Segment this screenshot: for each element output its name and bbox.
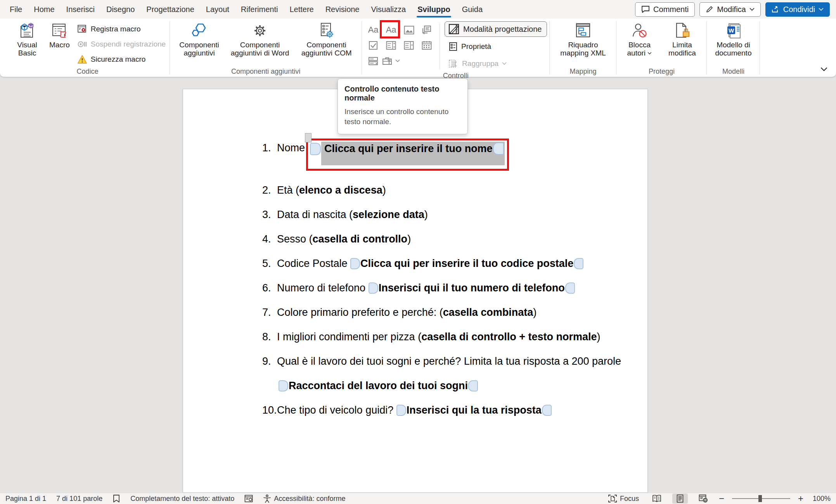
macro-button[interactable]: Macro	[47, 21, 73, 50]
content-control[interactable]: Inserisci qui la tua risposta	[396, 404, 552, 416]
dropdown-list-control-button[interactable]	[404, 41, 414, 50]
chevron-down-icon	[647, 52, 652, 55]
tooltip-body: Inserisce un controllo contenuto testo n…	[344, 107, 461, 127]
content-control-placeholder[interactable]: Inserisci qui il tuo numero di telefono	[379, 282, 565, 294]
list-item-continuation: Raccontaci del lavoro dei tuoi sogni	[279, 379, 632, 393]
comment-icon	[641, 5, 650, 13]
svg-text:W: W	[729, 27, 734, 34]
xml-mapping-label: Riquadro mapping XML	[555, 41, 611, 57]
repeating-section-control-button[interactable]	[368, 56, 378, 66]
pause-recording-label: Sospendi registrazione	[91, 40, 166, 48]
content-control-placeholder[interactable]: Inserisci qui la tua risposta	[407, 404, 542, 416]
zoom-in-button[interactable]: +	[798, 494, 803, 503]
record-macro-button[interactable]: Registra macro	[76, 21, 167, 36]
restrict-editing-button[interactable]: Limita modifica	[660, 21, 704, 59]
content-control-placeholder[interactable]: Raccontaci del lavoro dei tuoi sogni	[289, 380, 468, 391]
checkbox-control-button[interactable]	[369, 41, 378, 50]
zoom-out-button[interactable]: −	[719, 494, 724, 503]
design-mode-icon	[448, 24, 459, 35]
tooltip-plain-text-control: Controllo contenuto testo normale Inseri…	[338, 78, 468, 134]
proofing-book-icon	[113, 494, 120, 503]
addins-button[interactable]: Componenti aggiuntivi	[172, 21, 226, 59]
zoom-slider-handle[interactable]	[758, 495, 762, 502]
menu-tab-guida[interactable]: Guida	[456, 0, 488, 19]
content-control[interactable]: Inserisci qui il tuo numero di telefono	[369, 282, 575, 294]
list-item: 10.Che tipo di veicolo guidi? Inserisci …	[262, 403, 632, 417]
proofing-status-button[interactable]	[113, 494, 120, 503]
menu-tab-visualizza[interactable]: Visualizza	[365, 0, 412, 19]
web-layout-button[interactable]	[696, 494, 711, 504]
menu-tab-revisione[interactable]: Revisione	[320, 0, 365, 19]
word-addins-button[interactable]: Componenti aggiuntivi di Word	[226, 21, 294, 59]
menu-tab-lettere[interactable]: Lettere	[284, 0, 319, 19]
document-canvas: 1.NomeClicca qui per inserire il tuo nom…	[0, 77, 836, 493]
content-control-placeholder[interactable]: Clicca qui per inserire il tuo nome	[321, 142, 505, 165]
menu-tab-riferimenti[interactable]: Riferimenti	[235, 0, 284, 19]
block-authors-button[interactable]: Blocca autori	[619, 21, 660, 59]
edit-mode-button[interactable]: Modifica	[699, 2, 760, 17]
properties-button[interactable]: Proprietà	[445, 39, 547, 54]
menu-tab-disegno[interactable]: Disegno	[100, 0, 140, 19]
print-layout-button[interactable]	[672, 494, 688, 504]
text-completion-status[interactable]: Completamento del testo: attivato	[130, 495, 234, 503]
group-icon	[448, 59, 459, 68]
warning-triangle-icon	[77, 55, 87, 64]
annotated-content-control[interactable]: Clicca qui per inserire il tuo nome	[306, 139, 509, 171]
building-block-gallery-button[interactable]	[422, 25, 432, 35]
macro-security-button[interactable]: Sicurezza macro	[76, 52, 167, 67]
share-button[interactable]: Condividi	[765, 2, 830, 17]
visual-basic-button[interactable]: Visual Basic	[8, 21, 47, 59]
chevron-down-icon	[749, 8, 755, 11]
zoom-level[interactable]: 100%	[813, 495, 831, 503]
collapse-ribbon-button[interactable]	[820, 67, 827, 71]
list-item: 9.Qual è il lavoro dei tuoi sogni e perc…	[262, 354, 632, 369]
editor-icon	[244, 495, 253, 502]
restrict-editing-icon	[673, 23, 691, 39]
design-mode-toggle[interactable]: Modalità progettazione	[445, 21, 547, 37]
group-label-proteggi: Proteggi	[616, 67, 706, 77]
visual-basic-icon	[19, 23, 36, 39]
document-template-button[interactable]: W Modello di documento	[709, 21, 757, 59]
gear-icon	[251, 23, 268, 39]
menu-tab-inserisci[interactable]: Inserisci	[61, 0, 100, 19]
inner-separator	[440, 23, 440, 69]
menu-tab-sviluppo[interactable]: Sviluppo	[412, 0, 456, 19]
word-count[interactable]: 7 di 101 parole	[56, 495, 102, 503]
tooltip-title: Controllo contenuto testo normale	[344, 85, 461, 102]
menu-tab-layout[interactable]: Layout	[200, 0, 235, 19]
read-mode-button[interactable]	[649, 494, 665, 504]
legacy-tools-button[interactable]	[382, 56, 400, 66]
ribbon-group-componenti-aggiuntivi: Componenti aggiuntivi Componenti aggiunt…	[170, 19, 362, 77]
menu-tab-home[interactable]: Home	[28, 0, 60, 19]
xml-mapping-pane-button[interactable]: Riquadro mapping XML	[552, 21, 614, 59]
block-authors-icon	[631, 23, 648, 39]
ribbon-group-proteggi: Blocca autori Limita modifica Proteggi	[616, 19, 706, 77]
combo-box-control-button[interactable]	[386, 41, 396, 50]
editor-button[interactable]	[244, 495, 253, 502]
comments-button[interactable]: Commenti	[635, 2, 695, 17]
picture-control-button[interactable]	[404, 26, 414, 35]
plain-text-control-button[interactable]: Aa	[386, 25, 396, 35]
content-control-bracket-icon	[310, 143, 321, 155]
list-number: 10.	[262, 403, 277, 417]
content-controls-grid: Aa Aa	[364, 22, 436, 69]
document-template-label: Modello di documento	[712, 41, 755, 57]
rich-text-control-button[interactable]: Aa	[368, 25, 379, 35]
chevron-down-icon	[395, 59, 400, 62]
properties-icon	[448, 42, 458, 51]
content-control-placeholder[interactable]: Clicca qui per inserire il tuo codice po…	[360, 258, 573, 269]
content-control-handle[interactable]	[305, 133, 312, 142]
date-picker-control-button[interactable]	[422, 41, 432, 50]
page-indicator[interactable]: Pagina 1 di 1	[5, 495, 46, 503]
word-addins-label: Componenti aggiuntivi di Word	[229, 41, 291, 57]
zoom-slider[interactable]	[732, 498, 790, 499]
menu-tab-progettazione[interactable]: Progettazione	[140, 0, 200, 19]
accessibility-status-button[interactable]: Accessibilità: conforme	[263, 494, 345, 503]
content-control[interactable]: Raccontaci del lavoro dei tuoi sogni	[279, 379, 478, 393]
com-addins-label: Componenti aggiuntivi COM	[296, 41, 357, 57]
focus-mode-button[interactable]: Focus	[608, 494, 639, 503]
content-control[interactable]: Clicca qui per inserire il tuo codice po…	[350, 258, 583, 269]
menu-tab-file[interactable]: File	[4, 0, 28, 19]
com-addins-button[interactable]: Componenti aggiuntivi COM	[294, 21, 359, 59]
content-control-bracket-icon	[542, 405, 552, 416]
